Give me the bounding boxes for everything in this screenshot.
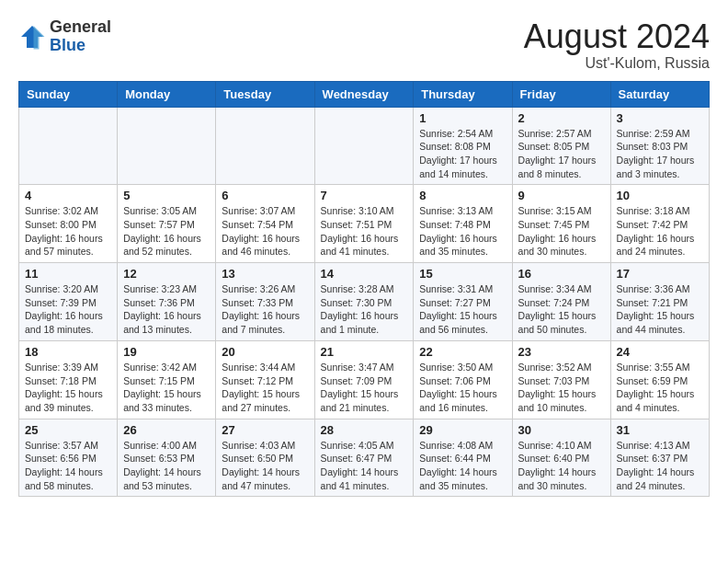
day-number: 22 (419, 345, 506, 359)
day-info: Sunrise: 2:57 AM Sunset: 8:05 PM Dayligh… (518, 127, 605, 181)
calendar-cell: 22Sunrise: 3:50 AM Sunset: 7:06 PM Dayli… (414, 340, 512, 419)
day-info: Sunrise: 3:34 AM Sunset: 7:24 PM Dayligh… (518, 282, 605, 337)
day-number: 11 (25, 267, 111, 281)
calendar-cell: 2Sunrise: 2:57 AM Sunset: 8:05 PM Daylig… (512, 107, 610, 185)
calendar-cell: 25Sunrise: 3:57 AM Sunset: 6:56 PM Dayli… (19, 419, 118, 497)
day-number: 26 (123, 423, 210, 437)
calendar-cell: 14Sunrise: 3:28 AM Sunset: 7:30 PM Dayli… (314, 263, 414, 341)
day-number: 21 (321, 345, 408, 359)
calendar-cell: 28Sunrise: 4:05 AM Sunset: 6:47 PM Dayli… (314, 419, 414, 497)
calendar-week-row: 11Sunrise: 3:20 AM Sunset: 7:39 PM Dayli… (19, 263, 710, 341)
title-block: August 2024 Ust'-Kulom, Russia (524, 18, 710, 72)
calendar-cell: 11Sunrise: 3:20 AM Sunset: 7:39 PM Dayli… (19, 263, 118, 341)
calendar-cell: 13Sunrise: 3:26 AM Sunset: 7:33 PM Dayli… (216, 263, 314, 341)
day-info: Sunrise: 3:10 AM Sunset: 7:51 PM Dayligh… (321, 204, 408, 259)
day-number: 30 (518, 423, 605, 437)
day-number: 27 (222, 423, 308, 437)
calendar-cell: 10Sunrise: 3:18 AM Sunset: 7:42 PM Dayli… (610, 185, 709, 263)
calendar-cell: 21Sunrise: 3:47 AM Sunset: 7:09 PM Dayli… (314, 340, 414, 419)
location: Ust'-Kulom, Russia (524, 55, 710, 72)
day-info: Sunrise: 3:20 AM Sunset: 7:39 PM Dayligh… (25, 282, 111, 337)
day-info: Sunrise: 3:26 AM Sunset: 7:33 PM Dayligh… (222, 282, 308, 337)
calendar-table: SundayMondayTuesdayWednesdayThursdayFrid… (18, 81, 710, 498)
day-info: Sunrise: 3:28 AM Sunset: 7:30 PM Dayligh… (321, 282, 408, 337)
calendar-week-row: 1Sunrise: 2:54 AM Sunset: 8:08 PM Daylig… (19, 107, 710, 185)
day-number: 18 (25, 345, 111, 359)
day-info: Sunrise: 3:07 AM Sunset: 7:54 PM Dayligh… (222, 204, 308, 259)
day-info: Sunrise: 3:05 AM Sunset: 7:57 PM Dayligh… (123, 204, 210, 259)
day-number: 16 (518, 267, 605, 281)
day-info: Sunrise: 3:36 AM Sunset: 7:21 PM Dayligh… (617, 282, 703, 337)
calendar-cell: 26Sunrise: 4:00 AM Sunset: 6:53 PM Dayli… (118, 419, 216, 497)
day-info: Sunrise: 2:59 AM Sunset: 8:03 PM Dayligh… (617, 127, 703, 181)
calendar-cell: 4Sunrise: 3:02 AM Sunset: 8:00 PM Daylig… (19, 185, 118, 263)
calendar-week-row: 4Sunrise: 3:02 AM Sunset: 8:00 PM Daylig… (19, 185, 710, 263)
calendar-cell: 23Sunrise: 3:52 AM Sunset: 7:03 PM Dayli… (512, 340, 610, 419)
day-info: Sunrise: 4:10 AM Sunset: 6:40 PM Dayligh… (518, 439, 605, 493)
day-number: 17 (617, 267, 703, 281)
calendar-cell (19, 107, 118, 185)
day-info: Sunrise: 3:42 AM Sunset: 7:15 PM Dayligh… (123, 361, 210, 415)
calendar-cell: 19Sunrise: 3:42 AM Sunset: 7:15 PM Dayli… (118, 340, 216, 419)
day-info: Sunrise: 3:57 AM Sunset: 6:56 PM Dayligh… (25, 439, 111, 493)
weekday-header-thursday: Thursday (414, 81, 512, 107)
calendar-cell: 12Sunrise: 3:23 AM Sunset: 7:36 PM Dayli… (118, 263, 216, 341)
calendar-cell: 17Sunrise: 3:36 AM Sunset: 7:21 PM Dayli… (610, 263, 709, 341)
day-info: Sunrise: 4:08 AM Sunset: 6:44 PM Dayligh… (419, 439, 506, 493)
day-number: 31 (617, 423, 703, 437)
calendar-cell: 31Sunrise: 4:13 AM Sunset: 6:37 PM Dayli… (610, 419, 709, 497)
day-number: 6 (222, 189, 308, 202)
day-info: Sunrise: 4:03 AM Sunset: 6:50 PM Dayligh… (222, 439, 308, 493)
calendar-cell: 5Sunrise: 3:05 AM Sunset: 7:57 PM Daylig… (118, 185, 216, 263)
calendar-cell: 18Sunrise: 3:39 AM Sunset: 7:18 PM Dayli… (19, 340, 118, 419)
weekday-header-tuesday: Tuesday (216, 81, 314, 107)
day-number: 14 (321, 267, 408, 281)
weekday-header-wednesday: Wednesday (314, 81, 414, 107)
day-info: Sunrise: 3:50 AM Sunset: 7:06 PM Dayligh… (419, 361, 506, 415)
calendar-cell: 16Sunrise: 3:34 AM Sunset: 7:24 PM Dayli… (512, 263, 610, 341)
day-number: 25 (25, 423, 111, 437)
calendar-cell: 29Sunrise: 4:08 AM Sunset: 6:44 PM Dayli… (414, 419, 512, 497)
day-info: Sunrise: 3:18 AM Sunset: 7:42 PM Dayligh… (617, 204, 703, 259)
calendar-cell (216, 107, 314, 185)
calendar-cell: 6Sunrise: 3:07 AM Sunset: 7:54 PM Daylig… (216, 185, 314, 263)
day-info: Sunrise: 4:00 AM Sunset: 6:53 PM Dayligh… (123, 439, 210, 493)
logo-icon (18, 23, 46, 51)
day-number: 2 (518, 111, 605, 125)
calendar-cell: 20Sunrise: 3:44 AM Sunset: 7:12 PM Dayli… (216, 340, 314, 419)
calendar-cell: 1Sunrise: 2:54 AM Sunset: 8:08 PM Daylig… (414, 107, 512, 185)
calendar-cell: 7Sunrise: 3:10 AM Sunset: 7:51 PM Daylig… (314, 185, 414, 263)
day-number: 23 (518, 345, 605, 359)
logo: General Blue (18, 18, 111, 55)
calendar-cell: 24Sunrise: 3:55 AM Sunset: 6:59 PM Dayli… (610, 340, 709, 419)
day-number: 24 (617, 345, 703, 359)
day-number: 9 (518, 189, 605, 202)
day-info: Sunrise: 3:15 AM Sunset: 7:45 PM Dayligh… (518, 204, 605, 259)
day-number: 3 (617, 111, 703, 125)
month-year: August 2024 (524, 18, 710, 55)
day-number: 5 (123, 189, 210, 202)
day-info: Sunrise: 3:39 AM Sunset: 7:18 PM Dayligh… (25, 361, 111, 415)
day-info: Sunrise: 3:23 AM Sunset: 7:36 PM Dayligh… (123, 282, 210, 337)
day-number: 10 (617, 189, 703, 202)
page-header: General Blue August 2024 Ust'-Kulom, Rus… (18, 18, 710, 72)
day-info: Sunrise: 4:05 AM Sunset: 6:47 PM Dayligh… (321, 439, 408, 493)
day-number: 4 (25, 189, 111, 202)
day-number: 12 (123, 267, 210, 281)
calendar-week-row: 25Sunrise: 3:57 AM Sunset: 6:56 PM Dayli… (19, 419, 710, 497)
day-number: 7 (321, 189, 408, 202)
day-info: Sunrise: 3:52 AM Sunset: 7:03 PM Dayligh… (518, 361, 605, 415)
weekday-header-friday: Friday (512, 81, 610, 107)
day-info: Sunrise: 3:55 AM Sunset: 6:59 PM Dayligh… (617, 361, 703, 415)
day-info: Sunrise: 3:02 AM Sunset: 8:00 PM Dayligh… (25, 204, 111, 259)
calendar-cell (118, 107, 216, 185)
calendar-cell: 30Sunrise: 4:10 AM Sunset: 6:40 PM Dayli… (512, 419, 610, 497)
svg-marker-1 (34, 26, 45, 50)
day-info: Sunrise: 2:54 AM Sunset: 8:08 PM Dayligh… (419, 127, 506, 181)
day-number: 19 (123, 345, 210, 359)
day-info: Sunrise: 3:44 AM Sunset: 7:12 PM Dayligh… (222, 361, 308, 415)
day-number: 13 (222, 267, 308, 281)
day-number: 8 (419, 189, 506, 202)
weekday-header-sunday: Sunday (19, 81, 118, 107)
logo-blue: Blue (50, 37, 111, 55)
